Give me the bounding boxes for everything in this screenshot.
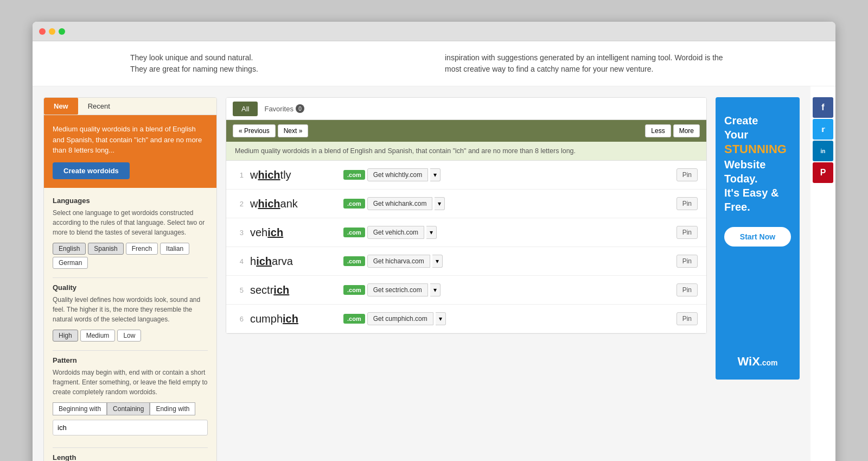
tab-bar: New Recent xyxy=(44,98,216,115)
wordoid-name[interactable]: whichank xyxy=(250,198,337,210)
pin-button[interactable]: Pin xyxy=(676,197,698,210)
pattern-tabs: Beginning with Containing Ending with xyxy=(53,402,208,415)
table-row: 1 whichtly .com Get whichtly.com ▾ Pin xyxy=(226,161,706,190)
wix-suffix: .com xyxy=(760,358,778,367)
dotcom-badge: .com xyxy=(343,170,365,180)
dotcom-badge: .com xyxy=(343,285,365,295)
domain-section: .com Get vehich.com ▾ Pin xyxy=(343,226,698,239)
lang-english[interactable]: English xyxy=(53,243,86,255)
tab-recent[interactable]: Recent xyxy=(78,98,120,115)
lang-french[interactable]: French xyxy=(126,243,158,255)
dotcom-badge: .com xyxy=(343,256,365,266)
domain-dropdown[interactable]: ▾ xyxy=(432,255,443,268)
wordoid-name[interactable]: hicharva xyxy=(250,255,337,268)
domain-dropdown[interactable]: ▾ xyxy=(436,312,446,325)
outer-layout: New Recent Medium quality wordoids in a … xyxy=(33,86,835,461)
pin-button[interactable]: Pin xyxy=(676,283,698,296)
get-domain-button[interactable]: Get whichtly.com xyxy=(367,168,428,181)
quality-medium[interactable]: Medium xyxy=(80,330,116,342)
social-sidebar: f 𝕣 in P xyxy=(813,86,835,461)
domain-section: .com Get sectrich.com ▾ Pin xyxy=(343,283,698,296)
get-domain-button[interactable]: Get whichank.com xyxy=(367,197,433,210)
panel-body: Languages Select one language to get wor… xyxy=(44,188,216,462)
pin-button[interactable]: Pin xyxy=(676,168,698,181)
lang-german[interactable]: German xyxy=(53,257,88,269)
wordoid-name[interactable]: whichtly xyxy=(250,169,337,181)
twitter-button[interactable]: 𝕣 xyxy=(813,119,833,140)
pattern-desc: Wordoids may begin with, end with or con… xyxy=(53,368,208,397)
get-domain-button[interactable]: Get hicharva.com xyxy=(367,255,430,268)
domain-dropdown[interactable]: ▾ xyxy=(430,168,441,181)
table-row: 5 sectrich .com Get sectrich.com ▾ Pin xyxy=(226,276,706,305)
main-layout: New Recent Medium quality wordoids in a … xyxy=(33,86,810,461)
row-number: 4 xyxy=(235,257,244,266)
nav-bar: « Previous Next » Less More xyxy=(226,120,706,142)
nav-left: « Previous Next » xyxy=(233,124,308,137)
top-text-row: They look unique and sound natural. They… xyxy=(33,41,835,86)
page-content: They look unique and sound natural. They… xyxy=(33,41,835,461)
orange-description-text: Medium quality wordoids in a blend of En… xyxy=(53,125,202,154)
length-title: Length xyxy=(53,453,208,462)
pin-button[interactable]: Pin xyxy=(676,255,698,268)
pattern-containing[interactable]: Containing xyxy=(107,402,150,415)
dotcom-badge: .com xyxy=(343,314,365,324)
domain-dropdown[interactable]: ▾ xyxy=(430,283,441,296)
less-button[interactable]: Less xyxy=(645,124,671,137)
tab-new[interactable]: New xyxy=(44,98,78,115)
domain-dropdown[interactable]: ▾ xyxy=(426,226,437,239)
table-row: 6 cumphich .com Get cumphich.com ▾ Pin xyxy=(226,305,706,333)
table-row: 4 hicharva .com Get hicharva.com ▾ Pin xyxy=(226,247,706,276)
quality-high[interactable]: High xyxy=(53,330,78,342)
next-button[interactable]: Next » xyxy=(278,124,309,137)
facebook-button[interactable]: f xyxy=(813,97,833,118)
ad-line5: Today. xyxy=(724,173,757,185)
tab-favorites[interactable]: Favorites 0 xyxy=(258,101,310,116)
start-now-button[interactable]: Start Now xyxy=(724,227,791,247)
get-domain-button[interactable]: Get sectrich.com xyxy=(367,283,428,296)
maximize-button[interactable] xyxy=(59,28,65,35)
wordoid-name[interactable]: sectrich xyxy=(250,284,337,296)
quality-low[interactable]: Low xyxy=(117,330,141,342)
dotcom-badge: .com xyxy=(343,199,365,209)
row-number: 6 xyxy=(235,315,244,323)
quality-title: Quality xyxy=(53,283,208,292)
pin-button[interactable]: Pin xyxy=(676,226,698,239)
close-button[interactable] xyxy=(39,28,46,35)
table-row: 3 vehich .com Get vehich.com ▾ Pin xyxy=(226,218,706,247)
minimize-button[interactable] xyxy=(49,28,55,35)
less-more-controls: Less More xyxy=(645,124,700,137)
wordoid-name[interactable]: vehich xyxy=(250,226,337,239)
get-domain-button[interactable]: Get vehich.com xyxy=(367,226,424,239)
more-button[interactable]: More xyxy=(673,124,700,137)
title-bar xyxy=(33,22,835,41)
results-header: All Favorites 0 xyxy=(226,98,706,120)
results-info-bar: Medium quality wordoids in a blend of En… xyxy=(226,142,706,161)
get-domain-button[interactable]: Get cumphich.com xyxy=(367,312,433,325)
pattern-input[interactable] xyxy=(53,420,208,435)
pattern-ending[interactable]: Ending with xyxy=(150,402,195,415)
wordoid-name[interactable]: cumphich xyxy=(250,313,337,325)
quality-tags: High Medium Low xyxy=(53,330,208,342)
language-tags: English Spanish French Italian German xyxy=(53,243,208,269)
tab-all[interactable]: All xyxy=(233,102,258,116)
lang-spanish[interactable]: Spanish xyxy=(88,243,123,255)
row-number: 2 xyxy=(235,200,244,208)
wix-brand: WiX xyxy=(737,355,760,368)
ad-panel: Create Your STUNNING Website Today. It's… xyxy=(716,97,800,380)
middle-panel: All Favorites 0 « Previous Next » Less xyxy=(226,97,707,334)
ad-line1: Create xyxy=(724,115,758,127)
table-row: 2 whichank .com Get whichank.com ▾ Pin xyxy=(226,190,706,218)
lang-italian[interactable]: Italian xyxy=(160,243,189,255)
domain-dropdown[interactable]: ▾ xyxy=(435,197,445,210)
create-wordoids-button[interactable]: Create wordoids xyxy=(53,162,130,179)
pattern-beginning[interactable]: Beginning with xyxy=(53,402,107,415)
wordoid-list: 1 whichtly .com Get whichtly.com ▾ Pin xyxy=(226,161,706,333)
domain-section: .com Get cumphich.com ▾ Pin xyxy=(343,312,698,325)
pin-button[interactable]: Pin xyxy=(676,312,698,325)
pinterest-button[interactable]: P xyxy=(813,162,833,183)
linkedin-button[interactable]: in xyxy=(813,141,833,161)
previous-button[interactable]: « Previous xyxy=(233,124,276,137)
top-right-text: inspiration with suggestions generated b… xyxy=(445,52,738,75)
pattern-title: Pattern xyxy=(53,356,208,364)
ad-line7: Free. xyxy=(724,201,750,213)
